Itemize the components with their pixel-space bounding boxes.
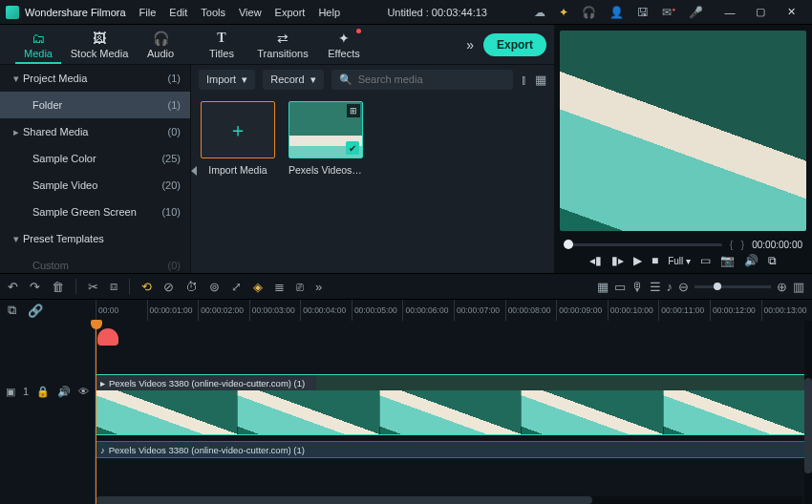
timeline-marker-icon[interactable] — [97, 328, 118, 346]
expand-tabs-icon[interactable]: » — [466, 37, 474, 52]
sidebar-item-folder[interactable]: Folder(1) — [0, 92, 190, 118]
redo-button[interactable]: ↷ — [30, 280, 40, 294]
title-bar: Wondershare Filmora File Edit Tools View… — [0, 0, 812, 25]
undo-button[interactable]: ↶ — [8, 280, 18, 294]
snapshot-icon[interactable]: 📷 — [720, 254, 735, 267]
next-frame-button[interactable]: ▮▸ — [611, 254, 624, 267]
quality-dropdown[interactable]: Full ▾ — [668, 256, 691, 266]
menu-export[interactable]: Export — [275, 7, 306, 18]
visibility-icon[interactable]: 👁 — [78, 386, 89, 397]
zoom-out-button[interactable]: ⊖ — [678, 280, 689, 294]
video-track-header[interactable]: ▣ 1 🔒 🔊 👁 — [0, 382, 95, 401]
playhead[interactable] — [96, 321, 96, 504]
menu-view[interactable]: View — [239, 7, 262, 18]
menu-edit[interactable]: Edit — [169, 7, 187, 18]
mark-in-icon[interactable]: { — [730, 239, 734, 250]
record-dropdown[interactable]: Record▾ — [263, 70, 323, 90]
zoom-fit-button[interactable]: ▥ — [793, 280, 804, 294]
save-icon[interactable]: 🖫 — [637, 6, 649, 19]
seek-track[interactable] — [564, 243, 722, 246]
speed-button[interactable]: ⟲ — [141, 280, 152, 294]
link-icon[interactable]: 🔗 — [28, 304, 43, 318]
sidebar-item-sample-color[interactable]: Sample Color(25) — [0, 145, 190, 172]
play-button[interactable]: ▶ — [633, 254, 642, 267]
more-tools-icon[interactable]: » — [315, 280, 322, 294]
volume-icon[interactable]: 🔊 — [744, 254, 759, 267]
menu-tools[interactable]: Tools — [201, 7, 225, 18]
mute-icon[interactable]: 🔊 — [57, 386, 71, 398]
import-media-cell[interactable]: ＋ Import Media — [201, 101, 275, 176]
expand-button[interactable]: ⤢ — [231, 280, 242, 294]
import-dropdown[interactable]: Import▾ — [199, 70, 255, 90]
color-button[interactable]: ⊘ — [163, 280, 174, 294]
export-button[interactable]: Export — [483, 33, 546, 56]
tracks-area[interactable]: ▸Pexels Videos 3380 (online-video-cutter… — [96, 321, 812, 504]
user-icon[interactable]: 👤 — [609, 6, 624, 19]
keyframe-button[interactable]: ◈ — [253, 280, 263, 294]
sidebar-item-project-media[interactable]: ▾Project Media(1) — [0, 65, 190, 92]
sparkle-icon[interactable]: ✦ — [559, 6, 568, 19]
sidebar-item-custom[interactable]: Custom(0) — [0, 252, 190, 273]
audio-clip[interactable]: ♪Pexels Videos 3380 (online-video-cutter… — [96, 441, 806, 458]
minimize-button[interactable]: — — [715, 0, 745, 25]
cloud-icon[interactable]: ☁ — [534, 6, 545, 19]
tab-transitions[interactable]: ⇄Transitions — [252, 25, 313, 64]
mail-icon[interactable]: ✉● — [662, 6, 675, 19]
voiceover-icon[interactable]: 🎙 — [631, 280, 644, 294]
sidebar-item-preset-templates[interactable]: ▾Preset Templates — [0, 225, 190, 252]
sidebar-item-sample-video[interactable]: Sample Video(20) — [0, 172, 190, 199]
mask-button[interactable]: ⎚ — [296, 280, 304, 294]
vertical-scrollbar[interactable] — [804, 321, 812, 504]
filter-icon[interactable]: ⫿ — [521, 73, 527, 87]
close-button[interactable]: ✕ — [776, 0, 806, 25]
timeline-ruler[interactable]: 00:0000:00:01:0000:00:02:0000:00:03:0000… — [96, 300, 812, 321]
tab-effects[interactable]: ✦Effects — [313, 25, 374, 64]
marker-icon[interactable]: ▦ — [597, 280, 609, 294]
scrollbar-thumb[interactable] — [804, 378, 812, 473]
menu-help[interactable]: Help — [318, 7, 340, 18]
search-box[interactable]: 🔍 — [331, 70, 513, 90]
crop-button[interactable]: ⧈ — [110, 279, 118, 294]
clip-thumb[interactable]: ⊞ ✔ — [288, 101, 363, 158]
media-clip-cell[interactable]: ⊞ ✔ Pexels Videos 3… — [288, 101, 363, 176]
mixer-icon[interactable]: ☰ — [650, 280, 661, 294]
align-button[interactable]: ≣ — [274, 280, 285, 294]
scrollbar-thumb[interactable] — [96, 496, 592, 504]
horizontal-scrollbar[interactable] — [96, 496, 802, 504]
tab-stock-media[interactable]: 🖼Stock Media — [69, 25, 130, 64]
track-toggle-icon[interactable]: ▣ — [6, 386, 15, 398]
display-icon[interactable]: ▭ — [700, 254, 711, 267]
maximize-button[interactable]: ▢ — [745, 0, 776, 25]
search-input[interactable] — [358, 74, 505, 85]
lock-icon[interactable]: 🔒 — [36, 386, 50, 398]
music-icon[interactable]: ♪ — [667, 280, 673, 294]
render-icon[interactable]: ▭ — [614, 280, 626, 294]
headphones-icon[interactable]: 🎧 — [582, 6, 596, 19]
zoom-in-button[interactable]: ⊕ — [777, 280, 787, 294]
prev-frame-button[interactable]: ◂▮ — [589, 254, 602, 267]
duration-button[interactable]: ⏱ — [185, 280, 198, 294]
sidebar-item-shared-media[interactable]: ▸Shared Media(0) — [0, 118, 190, 145]
sidebar-count: (25) — [161, 153, 181, 164]
split-button[interactable]: ✂ — [88, 280, 98, 294]
record-button[interactable]: ⊚ — [209, 280, 220, 294]
match-media-icon[interactable]: ⧉ — [8, 303, 16, 318]
tab-audio[interactable]: 🎧Audio — [130, 25, 191, 64]
preview-viewport[interactable] — [560, 31, 806, 231]
menu-file[interactable]: File — [139, 7, 157, 18]
clip-frame — [380, 390, 522, 435]
mic-icon[interactable]: 🎤 — [689, 6, 703, 19]
delete-button[interactable]: 🗑 — [52, 280, 64, 294]
scroll-left-icon[interactable] — [191, 166, 197, 176]
video-clip[interactable]: ▸Pexels Videos 3380 (online-video-cutter… — [96, 374, 806, 435]
grid-view-icon[interactable]: ▦ — [535, 73, 546, 87]
tab-titles[interactable]: TTitles — [191, 25, 252, 64]
pip-icon[interactable]: ⧉ — [768, 254, 777, 267]
mark-out-icon[interactable]: } — [740, 239, 744, 250]
zoom-slider[interactable] — [694, 285, 771, 288]
sidebar-item-sample-green-screen[interactable]: Sample Green Screen(10) — [0, 199, 190, 225]
stop-button[interactable]: ■ — [652, 254, 658, 267]
ruler-tick: 00:00:09:00 — [556, 300, 608, 321]
tab-media[interactable]: 🗂Media — [8, 25, 69, 64]
import-thumb[interactable]: ＋ — [201, 101, 275, 158]
